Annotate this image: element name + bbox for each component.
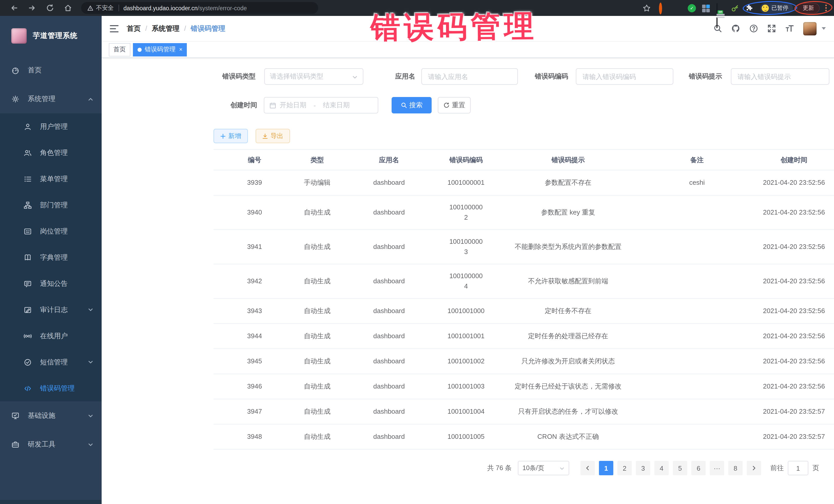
github-icon[interactable] (731, 24, 740, 33)
extension-blocks-icon[interactable] (702, 4, 710, 12)
table-cell: 2021-04-20 23:52:56 (750, 170, 834, 195)
sidebar: 芋道管理系统 首页系统管理用户管理角色管理菜单管理部门管理岗位管理字典管理通知公… (0, 16, 102, 504)
dashboard-icon (11, 66, 20, 74)
extensions-puzzle-icon[interactable] (745, 4, 753, 12)
table-toolbar: 新增 导出 (102, 127, 834, 149)
search-button[interactable]: 搜索 (392, 97, 432, 113)
close-tab-icon[interactable]: × (179, 47, 182, 52)
sidebar-item-错误码管理[interactable]: 错误码管理 (0, 375, 102, 401)
column-header: 应用名 (339, 150, 439, 170)
error-hint-field[interactable] (731, 68, 829, 85)
goto-page-input[interactable] (788, 461, 808, 475)
breadcrumb-system[interactable]: 系统管理 (152, 24, 180, 33)
extension-orange-icon[interactable] (659, 4, 667, 12)
table-cell: 自动生成 (295, 299, 339, 324)
table-cell: CRON 表达式不正确 (493, 424, 643, 450)
chevron-down-icon (88, 307, 93, 312)
date-range-picker[interactable]: 开始日期 - 结束日期 (264, 97, 378, 113)
extension-list-icon[interactable]: on (717, 4, 725, 12)
table-cell (643, 195, 750, 230)
app-logo[interactable]: 芋道管理系统 (0, 16, 102, 56)
sidebar-item-岗位管理[interactable]: 岗位管理 (0, 218, 102, 244)
page-button-3[interactable]: 3 (636, 461, 650, 475)
error-hint-input[interactable] (737, 72, 824, 81)
address-bar[interactable]: 不安全 dashboard.yudao.iocoder.cn/system/er… (81, 2, 318, 14)
table-row: 3940自动生成dashboard100100000 2参数配置 key 重复2… (214, 195, 834, 230)
sidebar-item-字典管理[interactable]: 字典管理 (0, 244, 102, 270)
sidebar-item-系统管理[interactable]: 系统管理 (0, 85, 102, 113)
hamburger-icon[interactable] (110, 25, 118, 32)
sidebar-item-label: 部门管理 (40, 200, 68, 210)
extension-green-check-icon[interactable]: ✓ (688, 4, 696, 12)
sidebar-item-菜单管理[interactable]: 菜单管理 (0, 166, 102, 192)
table-cell: 3942 (214, 264, 295, 299)
table-cell-code: 1001001001 (439, 324, 493, 349)
page-button-5[interactable]: 5 (673, 461, 687, 475)
sidebar-item-首页[interactable]: 首页 (0, 56, 102, 85)
table-body: 3939手动编辑dashboard1001000001参数配置不存在ceshi2… (214, 170, 834, 450)
error-hint-label: 错误码提示 (666, 68, 722, 85)
error-type-select[interactable]: 请选择错误码类型 (264, 68, 364, 85)
browser-update-button[interactable]: 更新 (797, 3, 820, 13)
user-avatar[interactable] (803, 22, 816, 35)
page-button-1[interactable]: 1 (599, 461, 613, 475)
page-button-4[interactable]: 4 (654, 461, 669, 475)
notice-icon (24, 280, 32, 288)
export-button[interactable]: 导出 (256, 129, 290, 143)
sidebar-item-研发工具[interactable]: 研发工具 (0, 430, 102, 459)
table-cell: 2021-04-20 23:52:57 (750, 399, 834, 424)
sidebar-item-角色管理[interactable]: 角色管理 (0, 139, 102, 166)
table-cell: 2021-04-20 23:52:56 (750, 230, 834, 264)
app-name-field[interactable] (421, 68, 518, 85)
breadcrumb-current: 错误码管理 (191, 24, 225, 33)
page-button-6[interactable]: 6 (691, 461, 706, 475)
fullscreen-icon[interactable] (767, 24, 776, 33)
table-row: 3948自动生成dashboard1001001005CRON 表达式不正确20… (214, 424, 834, 450)
page-button-2[interactable]: 2 (617, 461, 632, 475)
table-cell: dashboard (339, 195, 439, 230)
sidebar-item-在线用户[interactable]: 在线用户 (0, 323, 102, 349)
table-cell: 定时任务不存在 (493, 299, 643, 324)
tab-home[interactable]: 首页 (109, 43, 130, 56)
app-name-input[interactable] (427, 72, 512, 81)
table-cell-code: 1001001002 (439, 349, 493, 374)
add-button[interactable]: 新增 (214, 129, 248, 143)
table-cell (643, 264, 750, 299)
forward-icon[interactable] (28, 4, 37, 12)
home-icon[interactable] (64, 4, 72, 12)
search-icon[interactable] (714, 24, 722, 33)
tools-icon (11, 440, 20, 448)
reset-button[interactable]: 重置 (438, 97, 470, 113)
sidebar-item-通知公告[interactable]: 通知公告 (0, 270, 102, 297)
font-size-icon[interactable] (785, 24, 794, 33)
extension-gem-icon[interactable] (673, 4, 682, 12)
reload-icon[interactable] (46, 4, 54, 12)
sidebar-item-短信管理[interactable]: 短信管理 (0, 349, 102, 375)
bookmark-star-icon[interactable] (642, 4, 651, 12)
extension-key-icon[interactable] (731, 4, 739, 12)
sidebar-item-部门管理[interactable]: 部门管理 (0, 192, 102, 218)
page-button-8[interactable]: 8 (728, 461, 743, 475)
browser-menu-icon[interactable] (823, 3, 829, 13)
error-code-input[interactable] (581, 72, 668, 81)
table-cell (643, 424, 750, 450)
extension-on-badge: on (718, 10, 723, 14)
sidebar-item-用户管理[interactable]: 用户管理 (0, 113, 102, 139)
error-code-field[interactable] (576, 68, 673, 85)
page-size-select[interactable]: 10条/页 (518, 461, 569, 475)
caret-down-icon[interactable] (822, 27, 826, 30)
error-code-icon (24, 384, 32, 392)
next-page-button[interactable] (747, 461, 761, 475)
breadcrumb-home[interactable]: 首页 (127, 24, 140, 33)
paused-extension-chip[interactable]: 已暂停 (760, 3, 793, 13)
navbar-actions (704, 22, 826, 35)
sidebar-item-审计日志[interactable]: 审计日志 (0, 297, 102, 323)
sidebar-item-基础设施[interactable]: 基础设施 (0, 401, 102, 430)
back-icon[interactable] (10, 4, 19, 12)
table-cell: dashboard (339, 299, 439, 324)
tab-error-code[interactable]: 错误码管理 × (133, 43, 187, 56)
prev-page-button[interactable] (580, 461, 595, 475)
sidebar-item-label: 岗位管理 (40, 226, 68, 236)
more-pages-button[interactable]: ··· (710, 461, 724, 475)
help-icon[interactable] (749, 24, 758, 33)
